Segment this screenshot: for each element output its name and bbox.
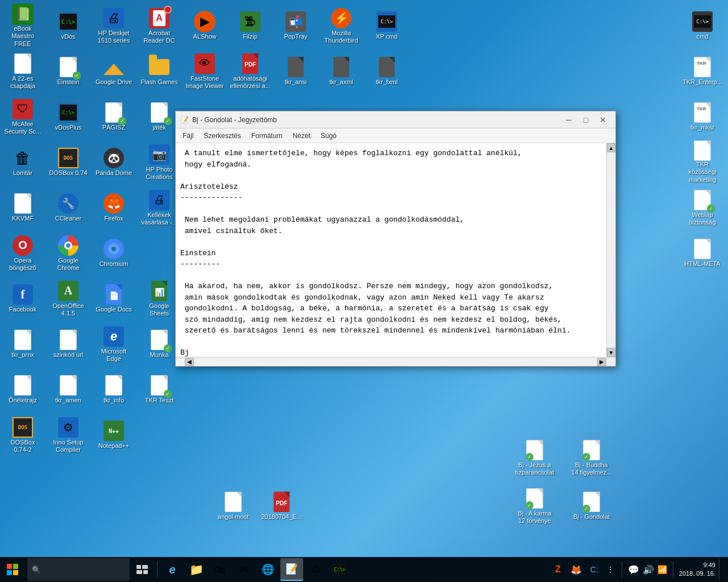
notepad-content[interactable]: A tanult elme ismertetőjele, hogy képes … [176,143,606,357]
icon-tkr-prnx[interactable]: tkr_prnx [0,321,46,367]
window-titlebar[interactable]: 📝 Bj - Gondolat - Jegyzettömb ─ □ ✕ [176,111,615,128]
tray-filezilla[interactable]: Z [550,562,566,577]
icon-microsoft-edge[interactable]: e MicrosoftEdge [91,321,136,367]
icon-mozilla-thunderbird[interactable]: ⚡ MozillaThunderbird [318,3,364,48]
svg-rect-3 [13,570,18,575]
icon-label: Flash Games [140,78,177,86]
icon-tkr-fxml[interactable]: tkr_fxml [364,48,410,94]
icon-tkr-info[interactable]: tkr_info [91,367,136,412]
taskbar-mail[interactable]: ✉ [233,558,255,581]
icon-inno-setup[interactable]: ⚙ Inno SetupCompiler [46,412,91,458]
icon-facebook[interactable]: f Facebook [0,276,46,321]
taskbar-settings[interactable]: ⚙ [304,558,327,581]
icon-poptray[interactable]: 📬 PopTray [273,3,318,48]
taskbar-search[interactable]: 🔍 [27,558,130,581]
icon-label: tkr_ansi [285,78,307,86]
icon-vdosplus[interactable]: C:\> vDosPlus [46,94,91,139]
icon-xp-cmd[interactable]: C:\> XP cmd [364,3,410,48]
icon-szinkod-url[interactable]: szinkód url [46,321,91,367]
icon-kkvmf[interactable]: KKVMF [0,185,46,230]
taskbar-network[interactable]: 🌐 [257,558,279,581]
scrollbar-horizontal[interactable]: ◀ ▶ [176,357,615,366]
menu-file[interactable]: Fájl [178,130,198,142]
icon-label: Notepad++ [98,442,129,450]
icon-20180704[interactable]: PDF 20180704_E... [259,483,304,529]
icon-tkr-teszt[interactable]: ✓ TKR Teszt [136,367,182,412]
taskbar-edge[interactable]: e [161,558,184,581]
icon-tkr-ansi[interactable]: tkr_ansi [273,48,318,94]
icon-notepadpp[interactable]: N++ Notepad++ [91,412,136,458]
icon-openoffice[interactable]: A OpenOffice4.1.5 [46,276,91,321]
menu-format[interactable]: Formátum [247,130,287,142]
icon-alshow[interactable]: ▶ ALShow [182,3,228,48]
icon-tkr-axml[interactable]: tkr_axml [318,48,364,94]
icon-lomtar[interactable]: 🗑 Lomtár [0,139,46,185]
icon-acrobat-dc[interactable]: A AcrobatReader DC [136,3,182,48]
taskbar-cmd[interactable]: C:\> [328,558,351,581]
taskbar-notification[interactable]: 💬 [628,564,639,575]
icon-einstein[interactable]: ✓ Einstein [46,48,91,94]
icon-weblap[interactable]: ✓ Weblapbiztonság [680,185,725,230]
icon-bj-jezus[interactable]: ✓ Bj - Jézus atízparancsolat [512,435,557,480]
icon-label: Panda Dome [96,169,132,177]
icon-label: Google Docs [96,306,132,313]
window-title: Bj - Gondolat - Jegyzettömb [192,116,277,124]
scrollbar-vertical[interactable]: ▲ ▼ [606,143,615,357]
icon-tkr-mksr[interactable]: TKR tkr_mksr [680,94,725,139]
icon-vdos[interactable]: C:\> vDos [46,3,91,48]
icon-bj-karma[interactable]: ✓ Bj - A karma12 törvénye [512,483,557,529]
icon-bj-gondolat[interactable]: ✓ Bj - Gondolat [569,483,614,529]
icon-tkr-amen[interactable]: tkr_amen [46,367,91,412]
minimize-button[interactable]: ─ [561,114,577,126]
icon-google-docs[interactable]: 📄 Google Docs [91,276,136,321]
tray-dots[interactable]: ⋮ [605,562,616,577]
svg-rect-6 [136,570,142,574]
close-button[interactable]: ✕ [595,114,611,126]
icon-google-drive[interactable]: Google Drive [91,48,136,94]
icon-label: CCleaner [55,215,81,222]
menu-edit[interactable]: Szerkesztés [199,130,245,142]
icon-tkr-enterprise[interactable]: TKR TKR_Enterp... [680,48,725,94]
taskbar-notepad-active[interactable]: 📝 [280,558,303,581]
icon-bj-buddha[interactable]: ✓ Bj - Buddha14 figyelmez... [569,435,614,480]
icon-ebook-maestro[interactable]: 📗 eBookMaestro FREE [0,3,46,48]
menu-view[interactable]: Nézet [288,130,315,142]
icon-label: tkr_prnx [11,351,34,359]
svg-rect-7 [143,570,148,574]
icon-tkr-kozossegi[interactable]: TKR közösségimarketing [680,139,725,185]
icon-mcafee[interactable]: 🛡 McAfeeSecurity Sc... [0,94,46,139]
icon-oneletrajz[interactable]: Önéletrajz [0,367,46,412]
taskbar-volume[interactable]: 🔊 [643,564,654,575]
icon-label: Kellékekvásárlása -... [142,211,177,226]
icon-firefox[interactable]: 🦊 Firefox [91,185,136,230]
icon-opera[interactable]: O Operaböngésző [0,230,46,276]
tray-cc[interactable]: C: [586,562,602,577]
icon-flash-games[interactable]: Flash Games [136,48,182,94]
icon-adohatosagi[interactable]: PDF adóhatóságiellenőrzési a... [228,48,273,94]
show-desktop-button[interactable] [719,559,722,580]
icon-hp-deskjet[interactable]: 🖨 HP Deskjet1510 series [91,3,136,48]
icon-angol-most[interactable]: angol-most [210,483,256,529]
icon-cmd[interactable]: C:\> cmd [680,3,725,48]
icon-google-chrome[interactable]: GoogleChrome [46,230,91,276]
icon-dosbox074[interactable]: DOS DOSBox 0.74 [46,139,91,185]
icon-faststone[interactable]: 👁 FastStoneImage Viewer [182,48,228,94]
icon-html-meta[interactable]: HTML-META [680,230,725,276]
icon-filzip[interactable]: 🗜 Filzip [228,3,273,48]
icon-panda-dome[interactable]: 🐼 Panda Dome [91,139,136,185]
taskbar-store[interactable]: 🛍 [209,558,231,581]
taskbar-file-explorer[interactable]: 📁 [185,558,208,581]
taskbar-network2[interactable]: 📶 [657,565,667,574]
icon-chromium[interactable]: Chromium [91,230,136,276]
taskbar-clock[interactable]: 9:49 2018. 09. 16. [679,561,715,579]
icon-dosbox2[interactable]: DOS DOSBox0.74-2 [0,412,46,458]
icon-label: Chromium [100,260,129,268]
taskbar-task-view[interactable] [131,558,154,581]
maximize-button[interactable]: □ [578,114,594,126]
menu-help[interactable]: Súgó [316,130,341,142]
icon-pagisz[interactable]: ✓ PÁGISZ [91,94,136,139]
icon-a22es[interactable]: A 22-escsapdája [0,48,46,94]
start-button[interactable] [0,557,25,582]
icon-ccleaner[interactable]: 🔧 CCleaner [46,185,91,230]
tray-firefox[interactable]: 🦊 [568,562,584,577]
